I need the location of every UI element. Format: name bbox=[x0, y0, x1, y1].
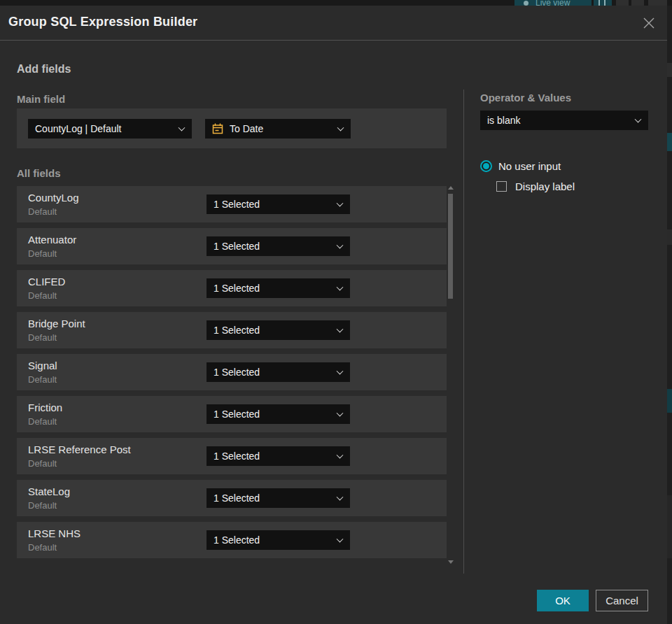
field-row: CountyLog Default 1 Selected bbox=[17, 186, 447, 222]
add-fields-heading: Add fields bbox=[17, 63, 71, 76]
dialog-header: Group SQL Expression Builder bbox=[0, 6, 667, 41]
live-view-label: Live view bbox=[536, 0, 570, 6]
field-subtitle: Default bbox=[28, 542, 57, 553]
chevron-down-icon bbox=[337, 326, 344, 333]
background-app-right-strip bbox=[667, 6, 672, 624]
scrollbar-thumb[interactable] bbox=[448, 194, 453, 299]
field-selected-dropdown[interactable]: 1 Selected bbox=[206, 404, 350, 424]
field-name: StateLog bbox=[28, 485, 70, 497]
chevron-down-icon bbox=[337, 284, 344, 291]
background-app-top-strip: Live view bbox=[0, 0, 672, 6]
field-name: LRSE NHS bbox=[28, 527, 80, 539]
field-name: Signal bbox=[28, 360, 57, 371]
display-label-text: Display label bbox=[515, 180, 575, 192]
main-field-panel: CountyLog | Default To Date bbox=[17, 108, 447, 148]
checkbox-unchecked-icon bbox=[496, 181, 507, 192]
field-subtitle: Default bbox=[28, 206, 57, 217]
toolbar-fragment bbox=[594, 0, 612, 6]
field-subtitle: Default bbox=[28, 290, 57, 301]
all-fields-label: All fields bbox=[17, 167, 61, 179]
no-user-input-label: No user input bbox=[498, 160, 561, 172]
field-name: Friction bbox=[28, 402, 62, 413]
field-name: CLIFED bbox=[28, 276, 65, 288]
close-icon bbox=[643, 17, 654, 29]
chevron-down-icon bbox=[337, 452, 344, 459]
close-button[interactable] bbox=[640, 14, 658, 32]
toolbar-fragment bbox=[631, 0, 644, 6]
field-row: CLIFED Default 1 Selected bbox=[17, 270, 447, 306]
toolbar-fragment bbox=[598, 0, 600, 6]
field-row: LRSE Reference Post Default 1 Selected bbox=[17, 438, 447, 474]
field-selected-dropdown[interactable]: 1 Selected bbox=[206, 488, 350, 508]
field-selected-dropdown[interactable]: 1 Selected bbox=[206, 446, 350, 466]
scrollbar-down-arrow-icon[interactable] bbox=[448, 560, 454, 564]
field-selected-dropdown[interactable]: 1 Selected bbox=[206, 530, 350, 550]
field-selected-dropdown[interactable]: 1 Selected bbox=[206, 236, 350, 256]
radio-selected-icon bbox=[480, 160, 492, 172]
field-row: StateLog Default 1 Selected bbox=[17, 480, 447, 516]
vertical-divider bbox=[463, 90, 464, 574]
field-row: Signal Default 1 Selected bbox=[17, 354, 447, 390]
field-row: Bridge Point Default 1 Selected bbox=[17, 312, 447, 348]
main-field-select-value: CountyLog | Default bbox=[35, 123, 122, 134]
operator-select-value: is blank bbox=[487, 115, 520, 126]
group-sql-expression-builder-dialog: Group SQL Expression Builder Add fields … bbox=[0, 6, 667, 624]
field-row: Attenuator Default 1 Selected bbox=[17, 228, 447, 264]
field-name: Attenuator bbox=[28, 234, 76, 246]
operator-values-label: Operator & Values bbox=[480, 92, 571, 104]
field-subtitle: Default bbox=[28, 416, 57, 427]
field-selected-dropdown[interactable]: 1 Selected bbox=[206, 362, 350, 382]
no-user-input-radio[interactable]: No user input bbox=[480, 160, 561, 172]
field-subtitle: Default bbox=[28, 500, 57, 511]
field-type-select-value: To Date bbox=[230, 123, 263, 134]
toolbar-fragment bbox=[604, 0, 606, 6]
field-row: LRSE NHS Default 1 Selected bbox=[17, 522, 447, 558]
field-selected-dropdown[interactable]: 1 Selected bbox=[206, 194, 350, 214]
field-name: CountyLog bbox=[28, 192, 79, 204]
field-subtitle: Default bbox=[28, 248, 57, 259]
field-selected-dropdown[interactable]: 1 Selected bbox=[206, 320, 350, 340]
field-name: LRSE Reference Post bbox=[28, 444, 131, 455]
scrollbar-up-arrow-icon[interactable] bbox=[448, 186, 454, 190]
live-view-button[interactable]: Live view bbox=[514, 0, 592, 6]
field-subtitle: Default bbox=[28, 374, 57, 385]
chevron-down-icon bbox=[178, 125, 186, 132]
ok-button[interactable]: OK bbox=[537, 590, 589, 611]
toolbar-fragment bbox=[648, 0, 667, 6]
chevron-down-icon bbox=[337, 410, 344, 417]
chevron-down-icon bbox=[337, 536, 344, 543]
chevron-down-icon bbox=[337, 368, 344, 375]
field-row: Friction Default 1 Selected bbox=[17, 396, 447, 432]
chevron-down-icon bbox=[337, 242, 344, 249]
operator-select[interactable]: is blank bbox=[480, 111, 648, 130]
field-subtitle: Default bbox=[28, 332, 57, 343]
chevron-down-icon bbox=[337, 494, 344, 501]
dialog-title: Group SQL Expression Builder bbox=[8, 15, 197, 29]
chevron-down-icon bbox=[337, 200, 344, 207]
toolbar-fragment bbox=[616, 0, 629, 6]
chevron-down-icon bbox=[337, 125, 344, 132]
display-label-checkbox[interactable]: Display label bbox=[496, 180, 575, 192]
main-field-select[interactable]: CountyLog | Default bbox=[28, 119, 192, 139]
live-view-dot-icon bbox=[524, 1, 528, 6]
list-scrollbar[interactable] bbox=[448, 186, 453, 564]
main-field-label: Main field bbox=[17, 93, 65, 105]
calendar-icon bbox=[212, 123, 223, 134]
field-name: Bridge Point bbox=[28, 318, 85, 329]
field-subtitle: Default bbox=[28, 458, 57, 469]
chevron-down-icon bbox=[635, 116, 642, 123]
field-selected-dropdown[interactable]: 1 Selected bbox=[206, 278, 350, 298]
cancel-button[interactable]: Cancel bbox=[596, 590, 648, 611]
field-type-select[interactable]: To Date bbox=[205, 119, 351, 139]
